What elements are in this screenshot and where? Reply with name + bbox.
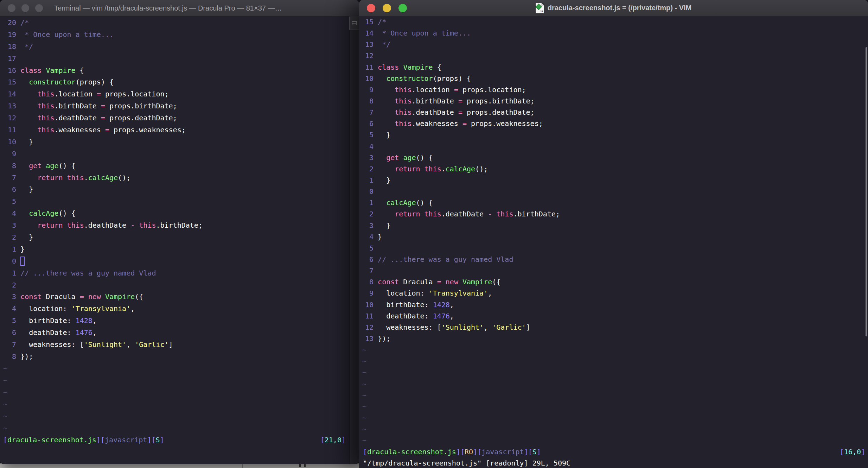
code-line: 6 deathDate: 1476,	[0, 327, 349, 339]
token: new	[88, 292, 101, 301]
code-text: class Vampire {	[378, 63, 441, 71]
code-text: birthDate: 1428,	[20, 316, 97, 325]
token: this	[37, 126, 54, 134]
token: calcAge	[386, 198, 416, 207]
traffic-lights	[0, 4, 49, 12]
token: {	[76, 66, 84, 75]
code-line: 2 }	[0, 231, 349, 243]
token: .deathDate	[84, 221, 130, 229]
terminal-titlebar[interactable]: Terminal — vim /tmp/dracula-screenshot.j…	[0, 0, 359, 17]
code-text: location: 'Transylvania',	[20, 304, 135, 313]
empty-line-tilde: ~	[359, 423, 865, 435]
token: 'Sunlight'	[441, 323, 484, 331]
code-text: return this.deathDate - this.birthDate;	[20, 221, 203, 229]
tilde-marker: ~	[362, 413, 366, 422]
code-text: calcAge() {	[378, 198, 433, 207]
token: 1476	[433, 312, 450, 320]
token: return	[395, 165, 420, 173]
minimize-button-icon[interactable]	[21, 4, 29, 12]
empty-line-tilde: ~	[0, 374, 349, 386]
close-button-icon[interactable]	[367, 4, 375, 12]
code-text: */	[20, 42, 33, 51]
code-line: 4 location: 'Transylvania',	[0, 303, 349, 315]
token: props.weaknesses;	[467, 119, 543, 128]
line-number: 1	[8, 269, 16, 277]
code-line: 16class Vampire {	[0, 64, 349, 76]
token: "/tmp/dracula-screenshot.js" [readonly] …	[363, 459, 570, 467]
zoom-button-icon[interactable]	[398, 4, 407, 12]
code-line: 1 }	[359, 175, 865, 186]
token: ]	[169, 340, 173, 349]
line-number: 9	[365, 289, 374, 297]
code-line: 20/*	[0, 17, 349, 29]
token	[378, 97, 395, 105]
code-line: 1 calcAge() {	[359, 197, 865, 208]
empty-line-tilde: ~	[0, 398, 349, 410]
code-line: 15/*	[359, 16, 865, 27]
code-text: this.location = props.location;	[20, 90, 168, 98]
vim-buffer-left[interactable]: 20/*19 * Once upon a time...18 */1716cla…	[0, 17, 349, 434]
vim-buffer-right[interactable]: 15/*14 * Once upon a time...13 */1211cla…	[359, 16, 865, 446]
token: Dracula	[399, 278, 437, 286]
token: weaknesses: [	[20, 340, 84, 349]
code-text: }	[378, 221, 390, 230]
code-text: // ...there was a guy named Vlad	[378, 255, 513, 264]
line-number: 9	[8, 150, 16, 158]
code-line: 13 this.birthDate = props.birthDate;	[0, 100, 349, 112]
token: });	[378, 334, 390, 343]
code-text: this.birthDate = props.birthDate;	[378, 97, 535, 105]
token: props.deathDate;	[462, 108, 535, 116]
token: props.deathDate;	[105, 114, 177, 122]
token: .deathDate	[54, 114, 101, 122]
token: Dracula	[42, 292, 79, 301]
macvim-titlebar[interactable]: JS dracula-screenshot.js = (/private/tmp…	[359, 0, 868, 16]
token: ]	[342, 436, 346, 444]
token: javascript	[105, 436, 147, 444]
line-number: 10	[365, 301, 374, 309]
code-line: 1}	[0, 243, 349, 255]
code-line: 1// ...there was a guy named Vlad	[0, 267, 349, 279]
token: Vampire	[403, 63, 433, 71]
statusline-ruler: [16,0]	[840, 448, 865, 456]
token: S	[532, 448, 537, 456]
line-number: 14	[8, 90, 16, 98]
token: .birthDate	[411, 97, 458, 105]
code-text: const Dracula = new Vampire({	[20, 292, 143, 301]
zoom-button-icon[interactable]	[35, 4, 43, 12]
code-line: 3const Dracula = new Vampire({	[0, 291, 349, 303]
code-line: 5 }	[359, 129, 865, 140]
token: this	[425, 165, 441, 173]
token	[20, 90, 37, 98]
minimize-button-icon[interactable]	[383, 4, 391, 12]
token	[378, 108, 395, 116]
line-number: 0	[365, 187, 374, 196]
token: =	[458, 108, 462, 116]
code-text: }	[20, 233, 33, 241]
close-button-icon[interactable]	[8, 4, 15, 12]
code-text: }	[378, 131, 390, 139]
line-number: 3	[365, 221, 374, 230]
token: props.location;	[458, 86, 526, 94]
token: }	[378, 221, 390, 230]
token: ,	[450, 312, 454, 320]
token: .location	[54, 90, 96, 98]
line-number: 13	[365, 40, 374, 49]
vim-hollow-cursor	[20, 257, 25, 266]
token: ][	[456, 448, 465, 456]
token: }	[378, 131, 390, 139]
code-line: 3 get age() {	[359, 152, 865, 163]
tilde-marker: ~	[362, 402, 366, 411]
token: return	[37, 221, 63, 229]
token: ][	[147, 436, 155, 444]
macvim-scrollbar[interactable]	[866, 47, 867, 336]
line-number: 4	[8, 304, 16, 313]
terminal-scrollbar[interactable]	[349, 17, 359, 464]
token: // ...there was a guy named Vlad	[20, 269, 156, 277]
token: birthDate:	[378, 301, 433, 309]
token: (props) {	[76, 78, 114, 86]
empty-line-tilde: ~	[359, 401, 865, 412]
split-pane-button[interactable]	[349, 17, 359, 30]
code-line: 12	[359, 50, 865, 61]
token: this	[496, 210, 513, 218]
statusline-file-info: [dracula-screenshot.js][javascript][S]	[3, 436, 164, 444]
